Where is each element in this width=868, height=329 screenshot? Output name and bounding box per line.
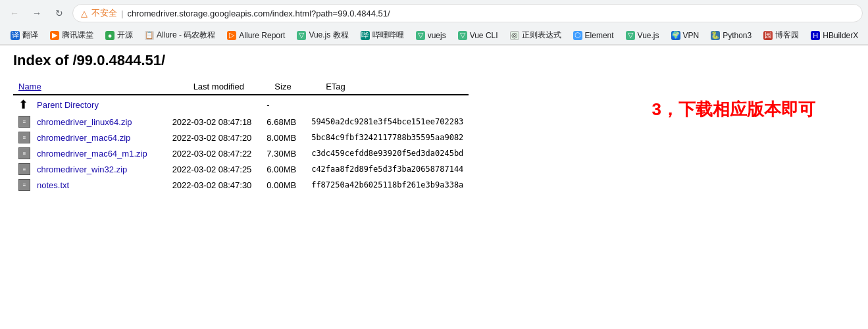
vpn-icon: 🌍 xyxy=(671,31,680,40)
table-row: ≡chromedriver_win32.zip2022-03-02 08:47:… xyxy=(13,161,469,177)
bookmark-allure-mafong[interactable]: 📋 Allure - 码农教程 xyxy=(140,28,220,43)
vuejs-icon: ▽ xyxy=(416,31,425,40)
file-icon: ≡ xyxy=(18,179,30,191)
address-bar[interactable]: △ 不安全 | chromedriver.storage.googleapis.… xyxy=(72,4,863,22)
file-table-body: ⬆Parent Directory-≡chromedriver_linux64.… xyxy=(13,95,469,193)
file-name-cell: chromedriver_mac64.zip xyxy=(32,130,167,145)
bookmark-vpn-label: VPN xyxy=(683,31,700,40)
file-table: Name Last modified Size ETag ⬆Parent Dir… xyxy=(13,79,469,193)
forward-button[interactable]: → xyxy=(28,4,46,22)
fanyi-icon: 译 xyxy=(11,31,20,40)
bookmark-regex[interactable]: ◎ 正则表达式 xyxy=(505,28,567,43)
file-modified-cell: 2022-03-02 08:47:22 xyxy=(167,145,262,161)
file-link[interactable]: chromedriver_linux64.zip xyxy=(37,117,132,127)
security-icon: △ xyxy=(81,9,88,18)
file-etag-cell: ff87250a42b6025118bf261e3b9a338a xyxy=(306,177,469,193)
nav-bar: ← → ↻ △ 不安全 | chromedriver.storage.googl… xyxy=(0,0,868,26)
file-etag-cell: 59450a2dc9281e3f54bce151ee702283 xyxy=(306,114,469,130)
file-icon: ≡ xyxy=(18,116,30,128)
bookmark-python3[interactable]: 🐍 Python3 xyxy=(705,29,757,42)
bookmark-vue-cli-label: Vue CLI xyxy=(470,31,498,40)
file-icon-cell: ⬆ xyxy=(13,95,32,114)
col-size-header: Size xyxy=(261,79,306,95)
file-name-cell: Parent Directory xyxy=(32,95,167,114)
element-icon: ⬡ xyxy=(573,31,582,40)
separator: | xyxy=(121,9,123,18)
bookmark-hbuilderx[interactable]: H HBuilderX xyxy=(805,29,863,42)
bbb-icon: 哔 xyxy=(361,31,370,40)
file-modified-cell: 2022-03-02 08:47:18 xyxy=(167,114,262,130)
file-icon: ≡ xyxy=(18,132,30,143)
kaiyuan-icon: ● xyxy=(105,31,115,40)
file-link[interactable]: chromedriver_mac64_m1.zip xyxy=(37,149,147,159)
browser-chrome: ← → ↻ △ 不安全 | chromedriver.storage.googl… xyxy=(0,0,868,45)
file-modified-cell: 2022-03-02 08:47:20 xyxy=(167,130,262,145)
python3-icon: 🐍 xyxy=(711,31,720,40)
bookmark-vue-cli[interactable]: ▽ Vue CLI xyxy=(453,29,503,42)
bookmark-txkt[interactable]: ▶ 腾讯课堂 xyxy=(45,28,99,43)
bookmark-vuejs2-label: Vue.js xyxy=(638,31,659,40)
col-last-modified-header: Last modified xyxy=(167,79,262,95)
bookmark-fanyi[interactable]: 译 翻译 xyxy=(5,28,43,43)
file-size-cell: - xyxy=(261,95,306,114)
file-icon: ≡ xyxy=(18,147,30,159)
reload-button[interactable]: ↻ xyxy=(50,4,68,22)
file-size-cell: 8.00MB xyxy=(261,130,306,145)
file-link[interactable]: notes.txt xyxy=(37,180,69,190)
table-row: ⬆Parent Directory- xyxy=(13,95,469,114)
file-name-cell: chromedriver_win32.zip xyxy=(32,161,167,177)
bookmark-vpn[interactable]: 🌍 VPN xyxy=(666,29,705,42)
bookmark-vuejs-jc-label: Vue.js 教程 xyxy=(309,30,348,41)
bookmark-vuejs-jc[interactable]: ▽ Vue.js 教程 xyxy=(292,28,353,43)
hbuilderx-icon: H xyxy=(811,31,820,40)
file-etag-cell xyxy=(306,95,469,114)
bookmark-txkt-label: 腾讯课堂 xyxy=(62,30,93,41)
page-title: Index of /99.0.4844.51/ xyxy=(13,52,855,69)
bookmark-bokeyuan[interactable]: 园 博客园 xyxy=(758,28,804,43)
bookmark-regex-label: 正则表达式 xyxy=(522,30,561,41)
file-icon-cell: ≡ xyxy=(13,114,32,130)
vue-cli-icon: ▽ xyxy=(458,31,467,40)
file-link[interactable]: chromedriver_win32.zip xyxy=(37,164,127,174)
file-link[interactable]: chromedriver_mac64.zip xyxy=(37,133,130,143)
file-modified-cell: 2022-03-02 08:47:25 xyxy=(167,161,262,177)
bookmark-hbuilderx-label: HBuilderX xyxy=(823,31,858,40)
bookmark-bokeyuan-label: 博客园 xyxy=(775,30,799,41)
bookmark-vuejs2[interactable]: ▽ Vue.js xyxy=(621,29,665,42)
back-button[interactable]: ← xyxy=(5,4,24,22)
bookmark-bbb[interactable]: 哔 哔哩哔哩 xyxy=(355,28,409,43)
vuejs2-icon: ▽ xyxy=(626,31,635,40)
name-column-sort[interactable]: Name xyxy=(18,82,41,91)
txkt-icon: ▶ xyxy=(50,31,59,40)
file-etag-cell: c3dc459cefdd8e93920f5ed3da0245bd xyxy=(306,145,469,161)
file-name-cell: chromedriver_linux64.zip xyxy=(32,114,167,130)
file-size-cell: 0.00MB xyxy=(261,177,306,193)
bookmarks-bar: 译 翻译 ▶ 腾讯课堂 ● 开源 📋 Allure - 码农教程 ▷ Allur… xyxy=(0,26,868,45)
col-name-header[interactable]: Name xyxy=(13,79,167,95)
bookmark-allure-report-label: Allure Report xyxy=(239,31,285,40)
table-row: ≡notes.txt2022-03-02 08:47:300.00MBff872… xyxy=(13,177,469,193)
file-name-cell: notes.txt xyxy=(32,177,167,193)
security-label: 不安全 xyxy=(91,7,117,19)
bookmark-allure-mafong-label: Allure - 码农教程 xyxy=(157,30,215,41)
file-size-cell: 6.68MB xyxy=(261,114,306,130)
file-link[interactable]: Parent Directory xyxy=(37,100,99,110)
bookmark-kaiyuan-label: 开源 xyxy=(117,30,133,41)
bookmark-kaiyuan[interactable]: ● 开源 xyxy=(100,28,138,43)
vuejs-jc-icon: ▽ xyxy=(297,31,306,40)
file-size-cell: 7.30MB xyxy=(261,145,306,161)
file-icon-cell: ≡ xyxy=(13,130,32,145)
table-row: ≡chromedriver_mac64_m1.zip2022-03-02 08:… xyxy=(13,145,469,161)
bookmark-vuejs[interactable]: ▽ vuejs xyxy=(411,29,451,42)
annotation-label: 3，下载相应版本即可 xyxy=(652,98,815,121)
col-etag-header: ETag xyxy=(306,79,469,95)
bookmark-python3-label: Python3 xyxy=(723,31,752,40)
address-text: chromedriver.storage.googleapis.com/inde… xyxy=(127,9,854,18)
regex-icon: ◎ xyxy=(510,31,519,40)
bookmark-allure-report[interactable]: ▷ Allure Report xyxy=(222,29,290,42)
file-etag-cell: 5bc84c9fbf3242117788b35595aa9082 xyxy=(306,130,469,145)
table-row: ≡chromedriver_linux64.zip2022-03-02 08:4… xyxy=(13,114,469,130)
table-header-row: Name Last modified Size ETag xyxy=(13,79,469,95)
bookmark-element[interactable]: ⬡ Element xyxy=(568,29,619,42)
page-content: Index of /99.0.4844.51/ Name Last modifi… xyxy=(0,45,868,199)
